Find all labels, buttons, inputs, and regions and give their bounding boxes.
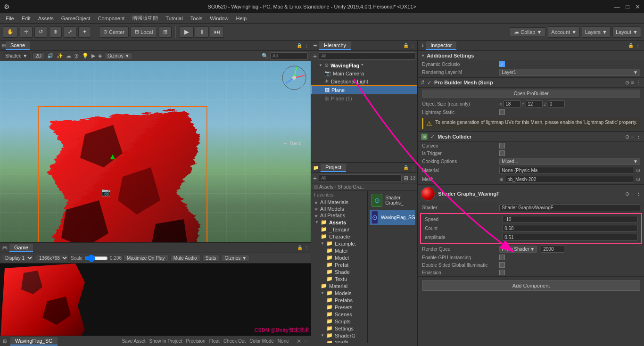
double-sided-checkbox[interactable] (499, 262, 505, 268)
hierarchy-plane-1[interactable]: ▦ Plane (1) (311, 94, 417, 102)
rendering-layer-dropdown[interactable]: Layer1 ▼ (499, 69, 640, 76)
2d-button[interactable]: 2D (33, 52, 44, 59)
menu-window[interactable]: Window (206, 15, 232, 22)
shader-field[interactable] (499, 204, 640, 211)
maximize-on-play-button[interactable]: Maximize On Play (124, 255, 168, 262)
mesh-link-icon[interactable]: ⊙ (636, 176, 640, 182)
transform-tool-button[interactable]: ✦ (78, 26, 91, 38)
cooking-options-dropdown[interactable]: Mixed... ▼ (499, 158, 640, 165)
project-tab[interactable]: Project (321, 164, 346, 172)
fx-icon[interactable]: ✨ (57, 53, 63, 59)
proj-models[interactable]: ▼ 📁 Models (311, 289, 367, 297)
mesh-collider-header[interactable]: ⊞ ✓ Mesh Collider ⊙ ≡ ⋮ (418, 132, 644, 142)
pb-enable-checkbox[interactable]: ✓ (427, 80, 431, 86)
shader-graphs-file[interactable]: ⊙ Shader Graphs_ (370, 193, 415, 208)
save-asset-btn[interactable]: Save Asset (122, 338, 145, 344)
proj-terrain[interactable]: 📁 _Terrain/ (311, 226, 367, 233)
sm-info-icon[interactable]: ⊙ (625, 191, 629, 197)
flare-icon[interactable]: 💡 (82, 53, 89, 59)
game-menu-icon[interactable]: ⋮ (305, 245, 309, 250)
step-button[interactable]: ⏭ (210, 26, 224, 38)
grid-button[interactable]: ⊞ (159, 26, 172, 38)
hierarchy-tab[interactable]: Hierarchy (319, 41, 351, 50)
proj-filter-icon[interactable]: ⊞ (404, 175, 408, 181)
is-trigger-checkbox[interactable] (499, 150, 505, 156)
mc-settings-icon[interactable]: ≡ (631, 134, 634, 140)
scale-slider[interactable] (84, 256, 108, 261)
audio-icon[interactable]: 🔊 (47, 53, 54, 59)
mute-audio-button[interactable]: Mute Audio (170, 255, 200, 262)
pb-menu-icon[interactable]: ⋮ (636, 80, 641, 86)
game-tab[interactable]: Game (9, 244, 33, 252)
scene-search-input[interactable] (270, 52, 308, 60)
hierarchy-main-camera[interactable]: 📷 Main Camera (311, 69, 417, 77)
close-button[interactable]: ✕ (635, 3, 640, 10)
proj-example[interactable]: ▼ 📁 Example. (311, 240, 367, 247)
breadcrumb-shadergraphs[interactable]: ShaderGra... (338, 184, 364, 189)
gizmos-button[interactable]: Gizmos ▼ (105, 52, 132, 59)
display-dropdown[interactable]: Display 1 (2, 254, 34, 262)
game-lock-icon[interactable]: 🔒 (297, 245, 303, 250)
insp-lock-icon[interactable]: 🔒 (628, 43, 634, 48)
proj-lock-icon[interactable]: 🔒 (403, 165, 409, 170)
fog-icon[interactable]: 🌫 (74, 53, 79, 59)
window-controls[interactable]: — □ ✕ (614, 3, 640, 10)
account-dropdown[interactable]: Account ▼ (548, 26, 580, 38)
additional-settings-header[interactable]: ▼ Additional Settings (418, 51, 644, 60)
maximize-button[interactable]: □ (626, 3, 629, 10)
sm-menu-icon[interactable]: ⋮ (636, 191, 641, 197)
pro-builder-header[interactable]: # ✓ Pro Builder Mesh (Scrip ⊙ ≡ ⋮ (418, 77, 644, 88)
fav-all-prefabs[interactable]: ★ All Prefabs (311, 212, 367, 219)
sm-settings-icon[interactable]: ≡ (631, 191, 634, 197)
expand-bottom-icon[interactable]: □ (305, 338, 308, 345)
waving-flag-tab[interactable]: WavingFlag_SG (10, 337, 58, 346)
material-field[interactable] (499, 167, 634, 174)
proj-model[interactable]: 📁 Model (311, 254, 367, 261)
show-in-project-btn[interactable]: Show In Project (149, 338, 182, 344)
anim-icon[interactable]: ▶ (91, 53, 95, 59)
pb-settings-icon[interactable]: ≡ (631, 80, 634, 86)
rect-tool-button[interactable]: ⤢ (64, 26, 76, 38)
speed-field[interactable] (502, 216, 637, 223)
hierarchy-plane[interactable]: ▦ Plane (311, 85, 417, 94)
minimize-button[interactable]: — (614, 3, 620, 10)
transform-handle-y[interactable]: ▲ (108, 152, 117, 162)
gpu-instancing-checkbox[interactable] (499, 255, 505, 260)
menu-tutorial[interactable]: Tutorial (162, 15, 186, 22)
collab-button[interactable]: ☁ Collab ▼ (510, 27, 546, 36)
hand-tool-button[interactable]: ✋ (3, 26, 18, 38)
open-probuilder-button[interactable]: Open ProBuilder (422, 90, 640, 98)
proj-add-button[interactable]: + (313, 174, 317, 182)
menu-file[interactable]: File (2, 15, 18, 22)
layers-dropdown[interactable]: Layers ▼ (582, 26, 611, 38)
y-value-field[interactable] (526, 100, 543, 107)
menu-enhanced[interactable]: 增强版功能 (128, 14, 162, 23)
resolution-dropdown[interactable]: 1366x768 (36, 254, 69, 262)
menu-component[interactable]: Component (94, 15, 128, 22)
pb-info-icon[interactable]: ⊙ (625, 80, 629, 86)
fav-all-materials[interactable]: ★ All Materials (311, 199, 367, 206)
pp-icon[interactable]: ◈ (98, 53, 102, 59)
proj-scripts[interactable]: 📁 Scripts (311, 318, 367, 325)
mc-enable-checkbox[interactable]: ✓ (430, 134, 435, 140)
proj-material[interactable]: 📁 Material (311, 282, 367, 289)
insp-menu-icon[interactable]: ⋮ (636, 43, 640, 48)
menu-assets[interactable]: Assets (34, 15, 58, 22)
dynamic-occlusion-checkbox[interactable]: ✓ (499, 61, 505, 67)
gizmos-game-button[interactable]: Gizmos ▼ (221, 255, 250, 262)
proj-shaderg[interactable]: ▼ 📁 ShaderG (311, 332, 367, 339)
mc-menu-icon[interactable]: ⋮ (636, 134, 641, 140)
hierarchy-search-input[interactable] (319, 52, 415, 60)
breadcrumb-assets[interactable]: Assets (319, 184, 333, 189)
x-value-field[interactable] (504, 100, 520, 107)
none-btn[interactable]: None (278, 338, 289, 344)
float-btn[interactable]: Float (209, 338, 220, 344)
z-value-field[interactable] (548, 100, 565, 107)
add-component-button[interactable]: Add Component (422, 280, 640, 291)
scene-tab[interactable]: Scene (6, 41, 30, 50)
menu-help[interactable]: Help (232, 15, 250, 22)
scene-gizmo[interactable] (280, 64, 308, 92)
inspector-tab[interactable]: Inspector (426, 41, 456, 50)
menu-edit[interactable]: Edit (18, 15, 34, 22)
close-bottom-icon[interactable]: ✕ (297, 338, 301, 345)
